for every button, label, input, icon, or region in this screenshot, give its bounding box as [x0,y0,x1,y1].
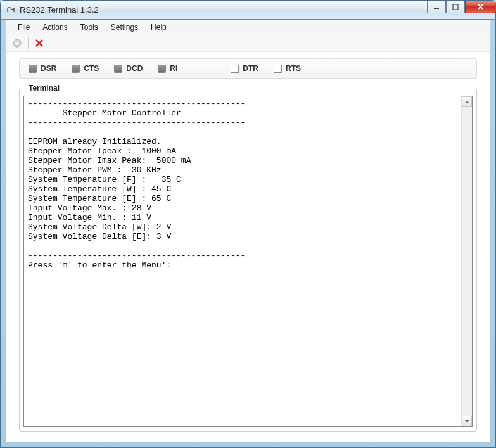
checkbox-rts[interactable]: RTS [274,64,301,73]
status-dsr: DSR [29,64,56,73]
app-icon [6,5,16,15]
toolbar-separator [28,37,29,49]
menu-help[interactable]: Help [144,21,173,34]
led-icon [158,65,166,73]
checkbox-dtr[interactable]: DTR [231,64,258,73]
led-icon [29,65,37,73]
menu-file[interactable]: File [11,21,36,34]
scroll-track[interactable] [462,107,472,416]
disconnect-button[interactable] [32,36,46,50]
status-label: DSR [41,64,56,73]
terminal-fieldset: Terminal -------------------------------… [19,89,477,432]
status-ri: RI [158,64,177,73]
minimize-button[interactable] [427,1,446,13]
checkbox-icon [274,65,282,73]
menu-tools[interactable]: Tools [74,21,105,34]
read-status-group: DSR CTS DCD RI [29,64,177,73]
status-label: DTR [243,64,258,73]
scrollbar[interactable] [461,96,472,426]
checkbox-icon [231,65,239,73]
close-button[interactable] [465,1,495,13]
led-icon [72,65,80,73]
toolbar [6,34,490,52]
svg-rect-0 [434,8,439,9]
led-icon [114,65,122,73]
status-cts: CTS [72,64,99,73]
status-dcd: DCD [114,64,143,73]
terminal-box: ----------------------------------------… [23,96,473,427]
line-status-panel: DSR CTS DCD RI DTR [19,58,477,79]
menu-actions[interactable]: Actions [36,21,73,34]
write-status-group: DTR RTS [231,64,301,73]
client-area: File Actions Tools Settings Help DSR [6,20,490,442]
maximize-button[interactable] [446,1,465,13]
svg-rect-1 [453,4,458,10]
status-label: CTS [84,64,99,73]
menu-settings[interactable]: Settings [105,21,144,34]
status-label: DCD [126,64,143,73]
titlebar[interactable]: RS232 Terminal 1.3.2 [1,1,495,20]
status-label: RTS [286,64,301,73]
connect-button[interactable] [10,36,24,50]
status-label: RI [170,64,177,73]
scroll-down-button[interactable] [462,416,472,426]
menubar: File Actions Tools Settings Help [6,20,490,34]
terminal-legend: Terminal [26,84,62,93]
terminal-output[interactable]: ----------------------------------------… [24,96,461,426]
window-title: RS232 Terminal 1.3.2 [20,5,99,15]
window-controls [427,1,495,13]
window-frame: RS232 Terminal 1.3.2 File Actions Tools … [0,0,496,448]
scroll-up-button[interactable] [462,96,472,107]
